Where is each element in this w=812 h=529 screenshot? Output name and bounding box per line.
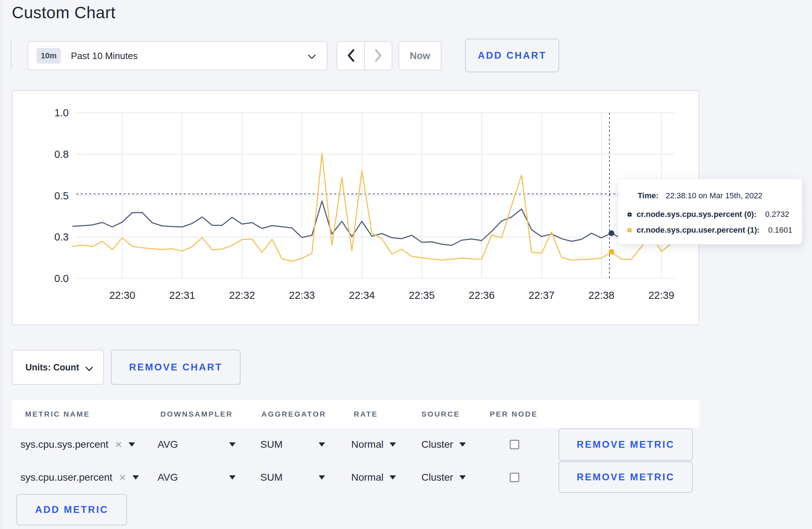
chevron-down-icon [85,366,93,373]
remove-metric-button[interactable]: REMOVE METRIC [559,461,693,493]
units-select-label: Units: Count [25,362,79,373]
column-header-source: SOURCE [421,400,460,428]
metrics-table-header: METRIC NAME DOWNSAMPLER AGGREGATOR RATE … [12,400,699,428]
tooltip-time-value: 22:38:10 on Mar 15th, 2022 [666,191,762,200]
caret-down-icon [319,461,325,494]
svg-text:22:32: 22:32 [229,290,255,301]
remove-chart-button[interactable]: REMOVE CHART [111,350,241,385]
svg-text:1.0: 1.0 [54,107,69,118]
downsampler-value: AVG [158,472,178,483]
metric-table-row: sys.cpu.sys.percent ✕ AVG SUM Normal Clu… [12,428,699,461]
hover-point-sys [609,230,614,236]
tooltip-time-row: Time: 22:38:10 on Mar 15th, 2022 [638,191,763,200]
svg-text:22:34: 22:34 [349,290,375,301]
aggregator-value: SUM [260,472,282,483]
svg-text:22:36: 22:36 [469,290,495,301]
svg-text:0.0: 0.0 [54,273,69,284]
caret-down-icon [132,475,139,480]
tooltip-series-row: cr.node.sys.cpu.sys.percent (0): 0.2732 [628,210,789,219]
chart-panel: 0.00.30.50.81.022:3022:3122:3222:3322:34… [12,90,699,325]
source-value: Cluster [421,472,453,483]
units-select[interactable]: Units: Count [12,350,104,385]
downsampler-select[interactable]: AVG [158,461,178,494]
column-header-aggregator: AGGREGATOR [261,400,326,428]
metric-name-select[interactable]: sys.cpu.user.percent ✕ [20,461,139,494]
svg-text:22:38: 22:38 [589,290,615,301]
caret-down-icon [229,461,236,494]
downsampler-value: AVG [158,439,178,450]
svg-text:22:31: 22:31 [169,290,195,301]
series-user-swatch-icon [628,228,632,232]
tooltip-series-value: 0.1601 [768,225,792,235]
rate-value: Normal [351,439,383,450]
chevron-left-icon [347,49,355,63]
chart-tooltip: Time: 22:38:10 on Mar 15th, 2022 cr.node… [618,179,802,244]
caret-down-icon [390,475,396,480]
chart-gridlines [76,113,674,278]
page-title: Custom Chart [12,3,116,22]
rate-value: Normal [351,472,383,483]
x-axis-labels: 22:3022:3122:3222:3322:3422:3522:3622:37… [109,290,674,301]
svg-text:22:30: 22:30 [109,290,135,301]
per-node-cell [510,461,519,494]
source-select[interactable]: Cluster [421,428,466,461]
caret-down-icon [459,442,466,447]
prev-range-button[interactable] [337,42,365,70]
source-value: Cluster [421,439,453,450]
caret-down-icon [229,428,236,461]
chevron-right-icon [374,49,382,63]
y-axis-labels: 0.00.30.50.81.0 [54,107,69,284]
aggregator-value: SUM [260,439,282,450]
line-chart[interactable]: 0.00.30.50.81.022:3022:3122:3222:3322:34… [13,91,699,325]
now-button[interactable]: Now [398,41,441,71]
chevron-down-icon [308,54,316,61]
aggregator-select[interactable]: SUM [260,428,282,461]
tooltip-series-row: cr.node.sys.cpu.user.percent (1): 0.1601 [628,225,792,235]
column-header-per-node: PER NODE [490,400,538,428]
time-window-label: Past 10 Minutes [71,50,137,62]
aggregator-select[interactable]: SUM [260,461,282,494]
toolbar-divider [11,39,11,70]
tooltip-series-value: 0.2732 [765,210,789,219]
add-metric-button[interactable]: ADD METRIC [16,494,127,525]
caret-down-icon [319,428,325,461]
time-pager [337,41,392,71]
series-line-sys [72,201,671,246]
per-node-checkbox[interactable] [510,440,519,449]
column-header-metric-name: METRIC NAME [25,400,90,428]
next-range-button[interactable] [365,42,392,70]
column-header-downsampler: DOWNSAMPLER [160,400,233,428]
hover-point-user [609,249,614,254]
series-line-user [72,153,671,261]
svg-text:22:39: 22:39 [648,290,675,301]
tooltip-series-name: cr.node.sys.cpu.sys.percent (0): [637,210,757,219]
page-left-edge [1,0,1,529]
svg-text:0.3: 0.3 [54,231,69,243]
caret-down-icon [390,442,396,447]
svg-text:22:37: 22:37 [528,290,555,301]
metric-name-select[interactable]: sys.cpu.sys.percent ✕ [20,428,135,461]
rate-select[interactable]: Normal [351,461,396,494]
clear-metric-icon[interactable]: ✕ [115,440,122,450]
caret-down-icon [459,475,466,480]
metric-table-row: sys.cpu.user.percent ✕ AVG SUM Normal Cl… [12,461,699,494]
svg-text:0.8: 0.8 [54,149,69,160]
svg-text:0.5: 0.5 [54,190,69,202]
tooltip-series-name: cr.node.sys.cpu.user.percent (1): [637,225,760,235]
series-sys-swatch-icon [628,213,632,217]
per-node-checkbox[interactable] [510,473,519,482]
svg-text:22:35: 22:35 [409,290,435,301]
rate-select[interactable]: Normal [351,428,396,461]
caret-down-icon [129,442,135,447]
time-window-select[interactable]: 10m Past 10 Minutes [28,41,328,71]
per-node-cell [510,428,519,461]
clear-metric-icon[interactable]: ✕ [119,472,126,483]
add-chart-button[interactable]: ADD CHART [465,39,559,72]
remove-metric-button[interactable]: REMOVE METRIC [559,428,693,461]
metric-name-label: sys.cpu.user.percent [20,472,112,483]
metric-name-label: sys.cpu.sys.percent [20,439,108,450]
tooltip-time-label: Time: [638,191,658,200]
time-window-badge: 10m [37,48,61,64]
source-select[interactable]: Cluster [421,461,466,494]
downsampler-select[interactable]: AVG [158,428,178,461]
